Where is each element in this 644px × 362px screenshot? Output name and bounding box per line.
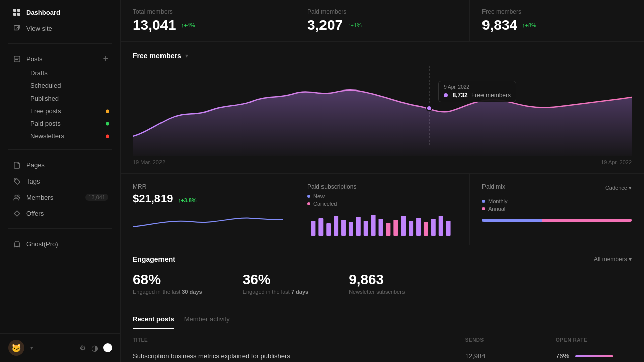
svg-rect-4 [14, 26, 19, 30]
external-link-icon [12, 24, 21, 33]
main-content: Total members 13,041 ↑+4% Paid members 3… [121, 0, 644, 362]
monthly-dot [482, 200, 485, 203]
divider-3 [8, 228, 112, 229]
avatar[interactable]: 🐱 [8, 340, 24, 356]
view-site-label: View site [26, 25, 52, 32]
metric-paid-subs: Paid subscriptions New Canceled [295, 174, 470, 245]
members-chart [133, 66, 632, 156]
mrr-badge: ↑+3.8% [178, 197, 197, 203]
newsletter-subscribers: 9,863 Newsletter subscribers [349, 272, 405, 295]
sidebar-item-free-posts[interactable]: Free posts [26, 105, 116, 117]
engagement-pct-7: 36% [243, 272, 309, 288]
sidebar-item-scheduled[interactable]: Scheduled [26, 79, 116, 92]
svg-rect-20 [386, 223, 390, 236]
posts-label: Posts [26, 55, 43, 63]
total-members-badge: ↑+4% [181, 22, 195, 28]
divider [8, 43, 112, 44]
sidebar-item-paid-posts[interactable]: Paid posts [26, 117, 116, 130]
sidebar-item-ghost-pro[interactable]: Ghost(Pro) [4, 236, 116, 252]
newsletters-indicator [106, 134, 109, 138]
stat-paid-members: Paid members 3,207 ↑+1% [295, 0, 470, 41]
free-members-label: Free members [482, 8, 632, 15]
engagement-stats: 68% Engaged in the last 30 days 36% Enga… [133, 272, 632, 295]
svg-rect-17 [364, 221, 368, 236]
tags-icon [12, 176, 21, 186]
total-members-value: 13,041 ↑+4% [133, 17, 283, 33]
newsletters-label: Newsletters [30, 132, 64, 140]
free-members-value: 9,834 ↑+8% [482, 17, 632, 33]
sidebar-item-newsletters[interactable]: Newsletters [26, 130, 116, 142]
sidebar-bottom: 🐱 ▾ ⚙ ◑ [0, 333, 120, 362]
sidebar-item-drafts[interactable]: Drafts [26, 67, 116, 79]
chart-date-end: 19 Apr. 2022 [601, 159, 632, 165]
paid-mix-legend: Monthly Annual [482, 198, 632, 212]
avatar-caret: ▾ [30, 345, 33, 351]
paid-subs-legend: New Canceled [307, 193, 457, 207]
svg-point-9 [427, 106, 432, 111]
monthly-bar [482, 219, 542, 222]
svg-rect-28 [446, 221, 451, 236]
svg-rect-16 [356, 217, 361, 236]
free-posts-label: Free posts [30, 107, 61, 115]
svg-rect-25 [424, 222, 428, 236]
mrr-label: MRR [133, 183, 283, 190]
divider-2 [8, 149, 112, 150]
paid-members-badge: ↑+1% [348, 22, 362, 28]
svg-rect-24 [416, 218, 421, 236]
drafts-label: Drafts [30, 69, 48, 77]
svg-rect-26 [431, 219, 436, 236]
cadence-dropdown[interactable]: Cadence ▾ [605, 185, 632, 191]
sidebar-item-pages[interactable]: Pages [4, 157, 116, 173]
table-row[interactable]: Subscription business metrics explained … [133, 347, 632, 363]
mrr-sparkline [133, 209, 283, 234]
posts-header: Posts + [4, 51, 116, 67]
paid-subs-bars [307, 211, 457, 236]
mode-toggle[interactable] [103, 343, 112, 352]
sidebar-item-members[interactable]: Members 13,041 [4, 189, 116, 205]
tab-member-activity[interactable]: Member activity [184, 315, 230, 329]
all-members-dropdown[interactable]: All members ▾ [594, 256, 632, 263]
subscribers-count: 9,863 [349, 272, 405, 288]
offers-icon [12, 209, 21, 218]
metric-paid-mix: Paid mix Cadence ▾ Monthly Annual [470, 174, 644, 245]
new-dot [307, 195, 310, 198]
sidebar-item-offers[interactable]: Offers [4, 205, 116, 221]
col-title: Title [133, 337, 465, 347]
sidebar-item-tags[interactable]: Tags [4, 173, 116, 189]
subscribers-label: Newsletter subscribers [349, 289, 405, 295]
svg-rect-12 [326, 223, 331, 236]
col-open-rate: Open Rate [556, 337, 632, 347]
post-sends: 12,984 [465, 347, 556, 363]
posts-icon [12, 54, 21, 63]
paid-subs-label: Paid subscriptions [307, 183, 457, 190]
scheduled-label: Scheduled [30, 82, 61, 89]
engagement-desc-7: Engaged in the last 7 days [243, 289, 309, 295]
engagement-title: Engagement [133, 255, 175, 263]
engagement-desc-30: Engaged in the last 30 days [133, 289, 202, 295]
settings-icon[interactable]: ⚙ [79, 344, 86, 352]
sidebar-item-view-site[interactable]: View site [4, 20, 116, 36]
pages-label: Pages [26, 161, 45, 169]
add-post-button[interactable]: + [103, 54, 108, 63]
paid-posts-indicator [106, 122, 109, 125]
published-label: Published [30, 95, 59, 102]
tab-recent-posts[interactable]: Recent posts [133, 315, 174, 329]
sidebar: Dashboard View site Posts [0, 0, 121, 362]
annual-dot [482, 207, 485, 210]
engagement-header: Engagement All members ▾ [133, 255, 632, 263]
svg-rect-3 [17, 13, 20, 16]
sidebar-item-published[interactable]: Published [26, 92, 116, 105]
annual-bar [542, 219, 632, 222]
sidebar-item-dashboard[interactable]: Dashboard [4, 4, 116, 20]
chart-container: 9 Apr. 2022 8,732 Free members [133, 66, 632, 156]
free-members-badge: ↑+8% [522, 22, 536, 28]
free-posts-indicator [106, 109, 109, 113]
recent-tabs: Recent posts Member activity [133, 315, 632, 329]
svg-rect-27 [439, 216, 443, 236]
chart-dropdown-icon[interactable]: ▾ [185, 52, 188, 59]
theme-toggle-icon[interactable]: ◑ [91, 343, 98, 353]
ghost-pro-label: Ghost(Pro) [26, 240, 58, 248]
open-rate-bar [575, 355, 613, 357]
svg-rect-14 [341, 220, 346, 236]
svg-rect-1 [17, 9, 20, 12]
